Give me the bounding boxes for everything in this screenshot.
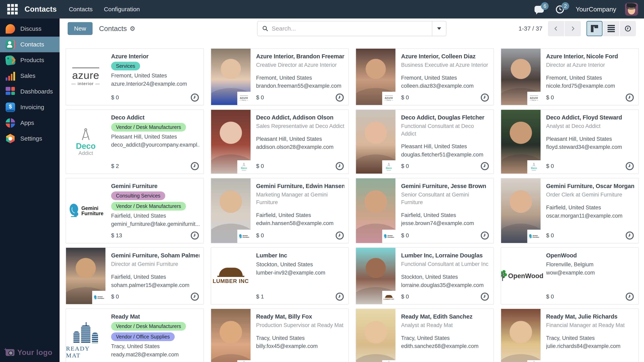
contact-card[interactable]: DecoAddictDeco Addict, Addison OlsonSale… — [211, 109, 349, 174]
activities-icon[interactable]: 2 — [555, 4, 567, 14]
opportunity-amount: $ 0 — [401, 94, 409, 101]
search-input[interactable] — [272, 25, 432, 32]
contact-card[interactable]: READY MATReady Mat, Billy FoxProduction … — [211, 309, 349, 362]
contact-name: Gemini Furniture, Jesse Brown — [401, 183, 490, 189]
contact-function: Director at Gemini Furniture — [111, 260, 200, 268]
sidebar-item-contacts[interactable]: Contacts — [0, 37, 60, 52]
sidebar-item-dashboards[interactable]: Dashboards — [0, 84, 60, 99]
contact-card-body: Deco Addict, Floyd StewardAnalyst at Dec… — [540, 110, 638, 174]
contact-card-body: Lumber Inc, Lorraine DouglasFunctional C… — [396, 248, 494, 304]
contact-card[interactable]: READY MATReady Mat, Edith SanchezAnalyst… — [356, 309, 494, 362]
contact-city: Florenville, Belgium — [546, 260, 634, 269]
activity-clock-button[interactable] — [480, 292, 490, 301]
company-logo-gemini: GeminiFurniture — [238, 234, 250, 239]
gear-icon[interactable]: ⚙ — [130, 25, 135, 32]
activity-clock-button[interactable] — [480, 161, 490, 171]
contact-card[interactable]: azure— interior —Azure Interior, Brandon… — [211, 48, 349, 105]
sidebar-item-invoicing[interactable]: Invoicing — [0, 99, 60, 115]
activity-clock-button[interactable] — [335, 161, 344, 171]
control-bar: New Contacts ⚙ 1-37 / 37 — [60, 18, 644, 39]
pager-next-button[interactable] — [565, 21, 581, 36]
logo-word: azure — [72, 71, 99, 80]
logo-line — [530, 95, 538, 96]
company-logo-gemini: GeminiFurniture — [528, 234, 540, 239]
activity-clock-button[interactable] — [190, 161, 200, 171]
company-logo-box: READY MAT — [66, 309, 106, 362]
view-switch-kanban[interactable] — [586, 21, 602, 36]
activity-clock-button[interactable] — [625, 231, 634, 240]
contact-card[interactable]: azure— interior —Azure Interior, Nicole … — [501, 48, 639, 105]
sawblade-icon — [219, 268, 243, 276]
contact-card-body: Deco Addict, Addison OlsonSales Represen… — [250, 110, 348, 174]
activity-clock-button[interactable] — [190, 231, 200, 240]
compass-icon — [242, 163, 245, 167]
compass-icon — [532, 163, 535, 167]
contact-card[interactable]: READY MATReady Mat, Julie RichardsFinanc… — [501, 309, 639, 362]
apps-grid-icon[interactable] — [7, 4, 18, 14]
activity-clock-button[interactable] — [190, 292, 200, 301]
menu-contacts[interactable]: Contacts — [69, 6, 92, 13]
contact-card[interactable]: GeminiFurnitureGemini Furniture, Edwin H… — [211, 178, 349, 243]
app-sidebar: DiscussContactsProductsSalesDashboardsIn… — [0, 18, 60, 362]
contact-card[interactable]: GeminiFurnitureGemini Furniture, Oscar M… — [501, 178, 639, 243]
contact-card[interactable]: GeminiFurnitureGemini FurnitureConsultin… — [66, 178, 204, 243]
activity-clock-button[interactable] — [625, 161, 634, 171]
contact-card[interactable]: READY MATReady MatVendor / Desk Manufact… — [66, 309, 204, 362]
contact-tag: Vendor / Office Supplies — [111, 333, 175, 341]
sidebar-item-apps[interactable]: Apps — [0, 115, 60, 131]
sidebar-item-settings[interactable]: Settings — [0, 131, 60, 146]
activity-clock-button[interactable] — [190, 93, 200, 102]
company-badge-azure: azure— interior — — [527, 92, 540, 105]
contact-email: floyd.steward34@example.com — [546, 143, 634, 151]
sidebar-item-discuss[interactable]: Discuss — [0, 21, 60, 37]
sidebar-item-products[interactable]: Products — [0, 52, 60, 68]
contact-card-body: Ready Mat, Edith SanchezAnalyst at Ready… — [396, 309, 494, 362]
contact-name: Lumber Inc — [256, 252, 344, 259]
contact-card[interactable]: azure— interior —Azure Interior, Colleen… — [356, 48, 494, 105]
contact-tags: Services — [111, 62, 200, 70]
activity-clock-button[interactable] — [625, 93, 634, 102]
sidebar-item-label: Sales — [20, 72, 36, 79]
new-button[interactable]: New — [68, 22, 92, 35]
contact-card[interactable]: LUMBER INCLumber Inc, Lorraine DouglasFu… — [356, 247, 494, 305]
activity-clock-button[interactable] — [335, 231, 344, 240]
messages-icon[interactable]: 6 — [534, 4, 546, 14]
contact-card[interactable]: DecoAddictDeco Addict, Floyd StewardAnal… — [501, 109, 639, 174]
messages-badge: 6 — [541, 2, 548, 10]
menu-configuration[interactable]: Configuration — [104, 6, 140, 13]
contact-tag: Vendor / Desk Manufacturers — [111, 202, 186, 211]
view-switch-activity[interactable] — [620, 21, 636, 36]
contact-city: Pleasant Hill, United States — [546, 135, 634, 143]
contact-card-body: Gemini Furniture, Soham PalmerDirector a… — [106, 248, 204, 304]
contact-card-footer: $ 0 — [401, 359, 490, 362]
contact-card[interactable]: GeminiFurnitureGemini Furniture, Jesse B… — [356, 178, 494, 243]
activity-clock-button[interactable] — [480, 231, 490, 240]
contact-function: Business Executive at Azure Interior — [401, 61, 490, 69]
company-badge-gemini: GeminiFurniture — [527, 230, 540, 243]
contact-card[interactable]: DecoAddictDeco AddictVendor / Desk Manuf… — [66, 109, 204, 174]
search-bar[interactable] — [257, 21, 446, 36]
view-switch-list[interactable] — [603, 21, 619, 36]
contact-card[interactable]: LUMBER INCLumber IncStockton, United Sta… — [211, 247, 349, 305]
kanban-grid: azure— interior —Azure InteriorServicesF… — [60, 39, 644, 362]
contact-email: colleen.diaz83@example.com — [401, 82, 490, 90]
activity-clock-button[interactable] — [480, 93, 490, 102]
contact-card[interactable]: azure— interior —Azure InteriorServicesF… — [66, 48, 204, 105]
contact-photo — [356, 309, 396, 362]
pager-previous-button[interactable] — [548, 21, 564, 36]
company-switcher[interactable]: YourCompany — [576, 6, 616, 13]
contact-email: julie.richards84@example.com — [546, 342, 634, 350]
contact-card[interactable]: DecoAddictDeco Addict, Douglas FletcherF… — [356, 109, 494, 174]
sidebar-item-sales[interactable]: Sales — [0, 68, 60, 84]
activity-clock-button[interactable] — [335, 292, 344, 301]
user-avatar[interactable] — [625, 3, 638, 16]
search-dropdown-toggle[interactable] — [432, 21, 446, 36]
contact-card[interactable]: OpenWoodOpenWoodFlorenville, Belgiumwow@… — [501, 247, 639, 305]
invoicing-icon — [6, 103, 15, 112]
contact-card-body: Azure Interior, Brandon FreemanCreative … — [250, 49, 348, 105]
contact-card[interactable]: GeminiFurnitureGemini Furniture, Soham P… — [66, 247, 204, 305]
logo-word: Addict — [78, 150, 93, 156]
company-badge-gemini: GeminiFurniture — [382, 230, 396, 243]
activity-clock-button[interactable] — [625, 292, 634, 301]
activity-clock-button[interactable] — [335, 93, 344, 102]
